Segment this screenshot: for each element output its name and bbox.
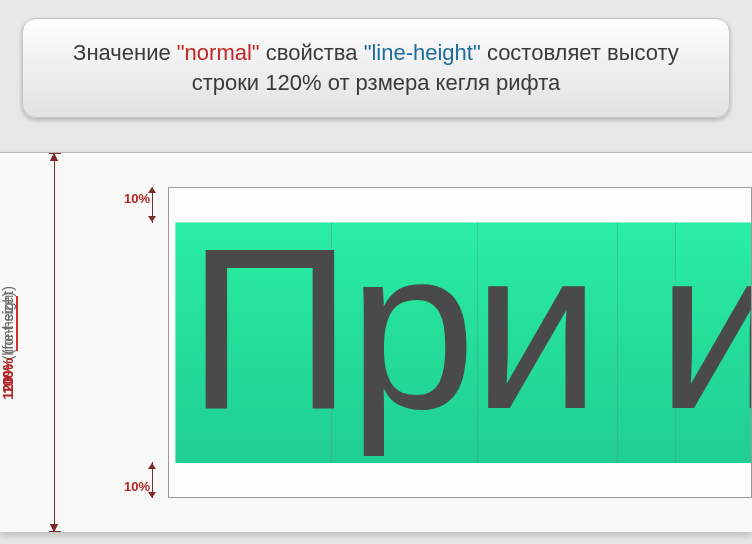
arrow-up-icon — [148, 463, 156, 469]
diagram: 120% (line-height) 100% (font-size) 10% … — [0, 152, 752, 532]
ruler-font-size-label: 100% (font-size) — [0, 292, 16, 394]
keyword-normal: normal — [177, 40, 260, 65]
arrow-down-icon — [50, 524, 58, 532]
callout-pre: Значение — [73, 40, 177, 65]
arrow-up-icon — [148, 187, 156, 193]
ruler-font-size: 100% (font-size) — [0, 465, 62, 544]
arrow-down-icon — [148, 492, 156, 498]
gap-bottom-label: 10% — [124, 479, 150, 494]
prop-font-size: (font-size) — [0, 292, 16, 354]
gap-top-label: 10% — [124, 191, 150, 206]
callout-mid: свойства — [260, 40, 364, 65]
callout-card: Значение normal свойства line-height сос… — [22, 18, 730, 118]
underline-red — [16, 296, 18, 351]
em-box-frame: При и — [168, 187, 752, 498]
keyword-line-height: line-height — [364, 40, 481, 65]
callout-text: Значение normal свойства line-height сос… — [47, 38, 705, 97]
value-100pct: 100% — [0, 358, 16, 394]
arrow-down-icon — [148, 216, 156, 222]
ruler-line — [54, 153, 55, 532]
arrow-up-icon — [50, 153, 58, 161]
sample-text: При и — [187, 222, 751, 463]
glyph-box: При и — [175, 222, 751, 463]
